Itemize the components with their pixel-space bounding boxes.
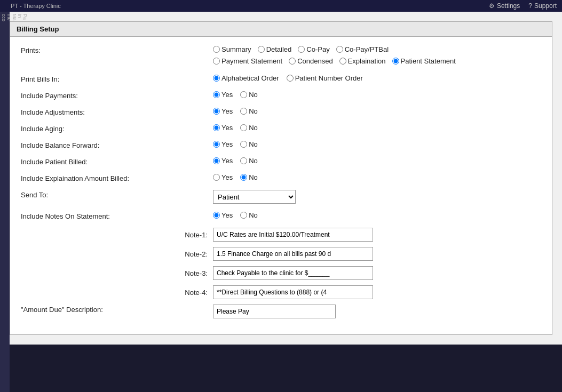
note4-row: Note-4: — [21, 285, 541, 299]
radio-alpha-order[interactable]: Alphabetical Order — [213, 74, 279, 82]
include-notes-control: Yes No — [213, 211, 262, 219]
note1-row: Note-1: — [21, 228, 541, 242]
radio-aging-no[interactable]: No — [240, 124, 258, 132]
note2-label: Note-2: — [21, 250, 213, 258]
include-adjustments-label: Include Adjustments: — [21, 107, 213, 116]
note1-label: Note-1: — [21, 231, 213, 239]
radio-notes-no[interactable]: No — [240, 211, 258, 219]
balance-no-label: No — [249, 140, 258, 148]
send-to-control: Patient Guarantor Insurance — [213, 190, 296, 204]
notes-yes-label: Yes — [221, 211, 233, 219]
radio-summary[interactable]: Summary — [213, 45, 251, 53]
radio-balance-no[interactable]: No — [240, 140, 258, 148]
radio-payment-statement[interactable]: Payment Statement — [213, 57, 282, 65]
detailed-label: Detailed — [266, 45, 292, 53]
note4-label: Note-4: — [21, 289, 213, 297]
include-aging-label: Include Aging: — [21, 124, 213, 133]
patient-billed-yes-label: Yes — [221, 157, 233, 165]
include-patient-billed-row: Include Patient Billed: Yes No — [21, 157, 541, 166]
radio-payments-yes[interactable]: Yes — [213, 91, 233, 99]
include-aging-row: Include Aging: Yes No — [21, 124, 541, 133]
radio-explaination-yes[interactable]: Yes — [213, 173, 233, 181]
prints-label: Prints: — [21, 45, 213, 54]
radio-explaination[interactable]: Explaination — [339, 57, 386, 65]
print-bills-row: Print Bills In: Alphabetical Order Patie… — [21, 74, 541, 83]
note2-row: Note-2: — [21, 247, 541, 261]
app-title: PT - Therapy Clinic — [11, 3, 61, 9]
note4-input[interactable] — [213, 285, 373, 299]
include-patient-billed-control: Yes No — [213, 157, 262, 165]
radio-adjustments-yes[interactable]: Yes — [213, 107, 233, 115]
include-balance-label: Include Balance Forward: — [21, 140, 213, 149]
radio-payments-no[interactable]: No — [240, 91, 258, 99]
include-patient-billed-label: Include Patient Billed: — [21, 157, 213, 166]
prints-line-1: Summary Detailed Co-Pay — [213, 45, 393, 53]
balance-yes-label: Yes — [221, 140, 233, 148]
amount-due-label: "Amount Due" Description: — [21, 305, 213, 314]
note3-label: Note-3: — [21, 269, 213, 277]
include-aging-control: Yes No — [213, 124, 262, 132]
amount-due-row: "Amount Due" Description: — [21, 305, 541, 318]
amount-due-control — [213, 305, 336, 318]
copay-label: Co-Pay — [306, 45, 329, 53]
radio-aging-yes[interactable]: Yes — [213, 124, 233, 132]
send-to-select[interactable]: Patient Guarantor Insurance — [213, 190, 296, 204]
print-bills-control: Alphabetical Order Patient Number Order — [213, 74, 367, 82]
explaination-label: Explaination — [348, 57, 386, 65]
aging-yes-label: Yes — [221, 124, 233, 132]
panel-body: Prints: Summary Detailed — [10, 37, 552, 334]
radio-notes-yes[interactable]: Yes — [213, 211, 233, 219]
include-explaination-control: Yes No — [213, 173, 262, 181]
radio-copay[interactable]: Co-Pay — [298, 45, 329, 53]
radio-patient-statement[interactable]: Patient Statement — [392, 57, 456, 65]
radio-copay-ptbal[interactable]: Co-Pay/PTBal — [336, 45, 389, 53]
adjustments-no-label: No — [249, 107, 258, 115]
payments-yes-label: Yes — [221, 91, 233, 99]
include-explaination-label: Include Explaination Amount Billed: — [21, 173, 213, 182]
include-payments-row: Include Payments: Yes No — [21, 91, 541, 100]
copay-ptbal-label: Co-Pay/PTBal — [345, 45, 389, 53]
include-payments-control: Yes No — [213, 91, 262, 99]
radio-patient-num-order[interactable]: Patient Number Order — [287, 74, 363, 82]
include-notes-label: Include Notes On Statement: — [21, 211, 213, 220]
settings-item[interactable]: ⚙ Settings — [489, 2, 520, 10]
include-explaination-row: Include Explaination Amount Billed: Yes … — [21, 173, 541, 182]
patient-billed-no-label: No — [249, 157, 258, 165]
billing-setup-panel: Billing Setup Prints: Summary — [10, 21, 552, 335]
settings-label: Settings — [497, 2, 520, 10]
include-notes-row: Include Notes On Statement: Yes No — [21, 211, 541, 220]
patient-num-order-label: Patient Number Order — [295, 74, 363, 82]
alpha-order-label: Alphabetical Order — [221, 74, 279, 82]
panel-header: Billing Setup — [10, 22, 552, 37]
explaination-no-label: No — [249, 173, 258, 181]
prints-line-2: Payment Statement Condensed Explaination — [213, 57, 460, 65]
radio-patient-billed-no[interactable]: No — [240, 157, 258, 165]
note3-row: Note-3: — [21, 266, 541, 280]
support-icon: ? — [528, 2, 532, 10]
sidebar: PaInMamecco — [0, 12, 10, 345]
radio-patient-billed-yes[interactable]: Yes — [213, 157, 233, 165]
support-item[interactable]: ? Support — [528, 2, 557, 10]
sidebar-content: PaInMamecco — [0, 12, 29, 23]
amount-due-input[interactable] — [213, 305, 336, 318]
support-label: Support — [534, 2, 557, 10]
note3-input[interactable] — [213, 266, 373, 280]
radio-adjustments-no[interactable]: No — [240, 107, 258, 115]
note2-input[interactable] — [213, 247, 373, 261]
radio-balance-yes[interactable]: Yes — [213, 140, 233, 148]
radio-condensed[interactable]: Condensed — [289, 57, 333, 65]
prints-row: Prints: Summary Detailed — [21, 45, 541, 67]
payments-no-label: No — [249, 91, 258, 99]
radio-detailed[interactable]: Detailed — [258, 45, 292, 53]
summary-label: Summary — [221, 45, 251, 53]
panel-title: Billing Setup — [17, 25, 59, 33]
prints-control: Summary Detailed Co-Pay — [213, 45, 460, 67]
radio-explaination-no[interactable]: No — [240, 173, 258, 181]
patient-statement-label: Patient Statement — [401, 57, 456, 65]
adjustments-yes-label: Yes — [221, 107, 233, 115]
settings-icon: ⚙ — [489, 2, 495, 10]
include-adjustments-control: Yes No — [213, 107, 262, 115]
include-balance-control: Yes No — [213, 140, 262, 148]
send-to-row: Send To: Patient Guarantor Insurance — [21, 190, 541, 204]
note1-input[interactable] — [213, 228, 373, 242]
